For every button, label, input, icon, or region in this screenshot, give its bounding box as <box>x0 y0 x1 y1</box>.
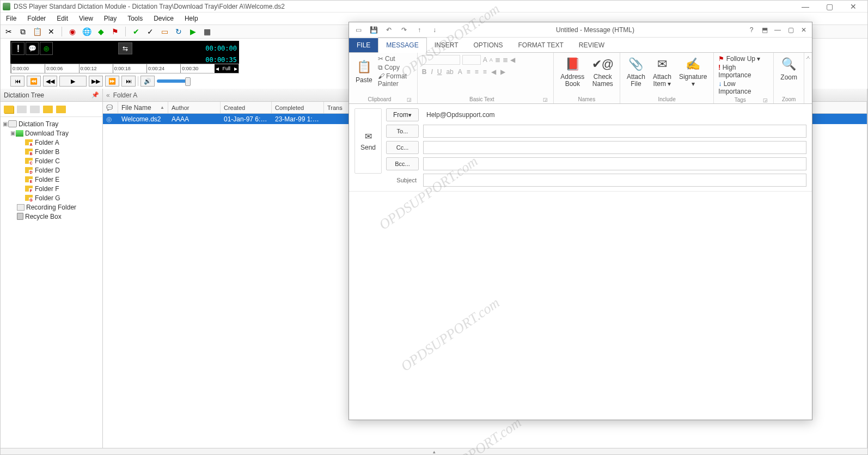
forward-button[interactable]: ▶▶ <box>89 76 103 87</box>
folder-open-icon[interactable] <box>4 106 14 113</box>
zoom-button[interactable]: 🔍Zoom <box>778 55 799 82</box>
book-icon[interactable]: ▭ <box>160 27 169 36</box>
folder3-icon[interactable] <box>30 106 40 113</box>
skip-end-button[interactable]: ⏭ <box>121 76 136 87</box>
menu-device[interactable]: Device <box>154 15 174 22</box>
cut-button[interactable]: ✂ Cut <box>378 55 413 63</box>
underline-button[interactable]: U <box>437 68 442 76</box>
redo-icon[interactable]: ↷ <box>399 25 409 35</box>
check-names-button[interactable]: ✔@Check Names <box>590 55 615 89</box>
cc-input[interactable] <box>423 141 806 154</box>
cut-icon[interactable]: ✂ <box>4 27 14 36</box>
col-status[interactable]: 💬 <box>103 102 118 113</box>
highlight-icon[interactable]: ab <box>446 68 453 76</box>
menu-help[interactable]: Help <box>185 15 198 22</box>
font-family-dropdown[interactable] <box>422 55 460 65</box>
menu-play[interactable]: Play <box>104 15 117 22</box>
switch-view-icon[interactable]: ⇆ <box>118 42 132 54</box>
copy-button[interactable]: ⧉ Copy <box>378 64 413 71</box>
bullets-icon[interactable]: ≣ <box>495 56 500 64</box>
low-importance-button[interactable]: ↓ Low Importance <box>718 80 769 95</box>
launcher-icon[interactable]: ◲ <box>406 97 413 102</box>
col-filename[interactable]: File Name▲ <box>118 102 168 113</box>
tree-root[interactable]: ▣ Dictation Tray <box>2 119 101 128</box>
tree-folder-b[interactable]: BFolder B <box>2 147 101 156</box>
tree-folder-g[interactable]: GFolder G <box>2 193 101 202</box>
follow-up-button[interactable]: ⚑ Follow Up ▾ <box>718 55 769 63</box>
tab-format-text[interactable]: FORMAT TEXT <box>511 38 571 52</box>
font-color-icon[interactable]: A <box>458 68 462 76</box>
rewind-button[interactable]: ◀◀ <box>43 76 57 87</box>
refresh-icon[interactable]: ↻ <box>174 27 184 36</box>
collapse-icon[interactable]: « <box>106 91 110 99</box>
help-icon[interactable]: ? <box>747 25 756 35</box>
folder2-icon[interactable] <box>17 106 27 113</box>
message-body[interactable] <box>349 192 812 420</box>
align-right-icon[interactable]: ≡ <box>483 68 487 76</box>
paste-button[interactable]: 📋 Paste <box>353 58 375 85</box>
save-icon[interactable]: 💾 <box>369 25 378 35</box>
send-icon[interactable]: ▶ <box>188 27 198 36</box>
timeline-full-label[interactable]: Full <box>220 64 234 73</box>
tab-insert[interactable]: INSERT <box>427 38 466 52</box>
col-completed[interactable]: Completed <box>272 102 324 113</box>
prev-item-icon[interactable]: ↑ <box>414 25 424 35</box>
maximize-button[interactable]: ▢ <box>786 25 796 35</box>
paste-icon[interactable]: 📋 <box>32 27 42 36</box>
pin-icon[interactable]: 📌 <box>91 91 99 99</box>
timeline-right-arrow[interactable]: ▸ <box>233 64 239 73</box>
record-icon[interactable]: ◉ <box>68 27 77 36</box>
tab-review[interactable]: REVIEW <box>571 38 612 52</box>
play-button[interactable]: ▶ <box>59 76 87 87</box>
globe-icon[interactable]: 🌐 <box>82 27 91 36</box>
folder4-icon[interactable] <box>43 106 53 113</box>
to-input[interactable] <box>423 125 806 138</box>
ribbon-options-icon[interactable]: ⬒ <box>760 25 769 35</box>
attach-file-button[interactable]: 📎Attach File <box>625 55 647 89</box>
tree-recording-folder[interactable]: Recording Folder <box>2 202 101 212</box>
uncheck-icon[interactable]: ✓ <box>145 27 155 36</box>
col-created[interactable]: Created <box>221 102 272 113</box>
grow-font-icon[interactable]: A <box>483 56 487 64</box>
cc-button[interactable]: Cc... <box>386 141 419 154</box>
indent-icon[interactable]: ◀ <box>510 56 515 64</box>
address-book-button[interactable]: 📕Address Book <box>558 55 587 89</box>
tree-folder-a[interactable]: AFolder A <box>2 138 101 147</box>
attach-item-button[interactable]: ✉Attach Item ▾ <box>651 55 674 89</box>
check-icon[interactable]: ✔ <box>131 27 141 36</box>
volume-slider[interactable] <box>157 79 190 83</box>
skip-start-button[interactable]: ⏮ <box>10 76 25 87</box>
minimize-button[interactable]: — <box>798 1 813 12</box>
close-button[interactable]: ✕ <box>799 25 809 35</box>
send-button[interactable]: ✉ Send <box>354 108 382 174</box>
tool3-icon[interactable]: ◆ <box>96 27 106 36</box>
format-painter-button[interactable]: 🖌 Format Painter <box>378 72 413 88</box>
next-button[interactable]: ⏩ <box>105 76 119 87</box>
high-importance-button[interactable]: ! High Importance <box>718 64 769 79</box>
menu-tools[interactable]: Tools <box>127 15 143 22</box>
menu-view[interactable]: View <box>79 15 93 22</box>
maximize-button[interactable]: ▢ <box>822 1 837 12</box>
minimize-button[interactable]: — <box>773 25 783 35</box>
tree-folder-f[interactable]: FFolder F <box>2 184 101 193</box>
prev-button[interactable]: ⏪ <box>27 76 41 87</box>
expander-icon[interactable]: ▣ <box>9 130 16 136</box>
tab-file[interactable]: FILE <box>349 38 378 52</box>
expand-up-icon[interactable]: ▴ <box>433 449 436 454</box>
align-center-icon[interactable]: ≡ <box>475 68 479 76</box>
outdent-icon[interactable]: ◀ <box>491 68 496 76</box>
menu-edit[interactable]: Edit <box>57 15 68 22</box>
from-button[interactable]: From ▾ <box>386 108 419 121</box>
align-left-icon[interactable]: ≡ <box>467 68 470 76</box>
menu-file[interactable]: File <box>6 15 16 22</box>
bold-button[interactable]: B <box>422 68 427 76</box>
font-size-dropdown[interactable] <box>462 55 481 65</box>
indent2-icon[interactable]: ▶ <box>500 68 505 76</box>
italic-button[interactable]: I <box>431 68 432 76</box>
close-button[interactable]: ✕ <box>846 1 861 12</box>
volume-icon[interactable]: 🔊 <box>140 76 155 87</box>
tab-message[interactable]: MESSAGE <box>378 38 426 53</box>
tree-folder-d[interactable]: DFolder D <box>2 165 101 175</box>
undo-icon[interactable]: ↶ <box>384 25 394 35</box>
control-menu-icon[interactable]: ▭ <box>353 25 363 35</box>
